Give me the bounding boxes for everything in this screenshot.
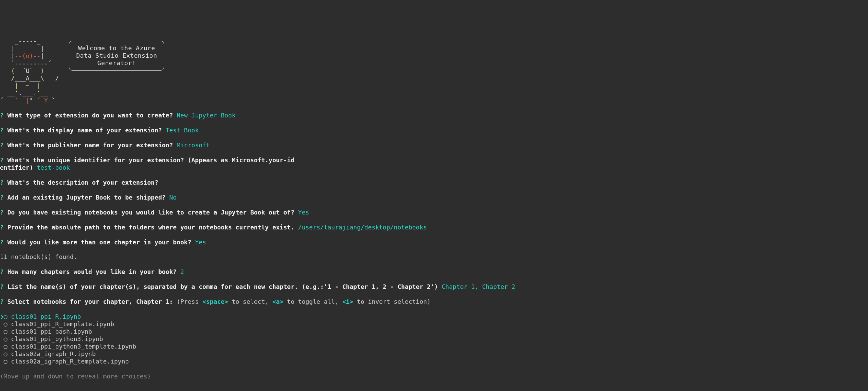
prompt-existing-notebooks: ? Do you have existing notebooks you wou… <box>0 209 868 216</box>
welcome-message-box: Welcome to the Azure Data Studio Extensi… <box>69 41 164 71</box>
prompt-chapter-count: ? How many chapters would you like in yo… <box>0 268 868 276</box>
prompt-multi-chapter: ? Would you like more than one chapter i… <box>0 239 868 246</box>
prompt-select-notebooks[interactable]: ? Select notebooks for your chapter, Cha… <box>0 298 868 305</box>
prompt-display-name: ? What's the display name of your extens… <box>0 127 868 134</box>
more-choices-hint: (Move up and down to reveal more choices… <box>0 373 868 380</box>
yeoman-ascii-logo: _-----_ | | |--(o)--| `---------´ ( _´U`… <box>0 37 59 105</box>
prompt-notebooks-path: ? Provide the absolute path to the folde… <box>0 224 868 231</box>
prompt-unique-id: ? What's the unique identifier for your … <box>0 156 868 171</box>
prompt-publisher-name: ? What's the publisher name for your ext… <box>0 142 868 149</box>
notebooks-found-text: 11 notebook(s) found. <box>0 253 868 261</box>
terminal-output[interactable]: _-----_ | | |--(o)--| `---------´ ( _´U`… <box>0 30 868 388</box>
prompt-existing-book: ? Add an existing Jupyter Book to be shi… <box>0 194 868 201</box>
prompt-chapter-names: ? List the name(s) of your chapter(s), s… <box>0 283 868 291</box>
notebook-selection-list[interactable]: ❯◯ class01_ppi_R.ipynb ◯ class01_ppi_R_t… <box>0 313 868 365</box>
prompt-extension-type: ? What type of extension do you want to … <box>0 112 868 119</box>
prompt-description: ? What's the description of your extensi… <box>0 179 868 186</box>
